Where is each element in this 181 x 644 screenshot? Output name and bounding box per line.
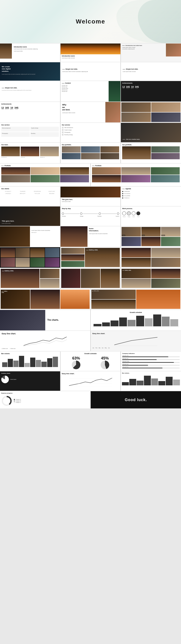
gallery2-main [1,269,40,288]
row-2: We createnew digitalsolution. Lorem ipsu… [0,62,181,80]
good-luck: Good luck. [91,391,181,408]
row-10: Lorem ipsum dolor sit amet consectetur a… [0,226,181,247]
slide-text: Lorem ipsum dolor sit amet consectetur [89,233,119,234]
gallery-people [121,247,181,268]
service-item-2: Graphic design [30,127,59,132]
agenda-text-3: Our portfolio [124,195,130,196]
bar-10 [170,319,178,326]
gallery3-img-3 [122,279,150,288]
gallery-cell-2 [61,254,84,260]
simple-text-1: Simple text slide. Lorem ipsum dolor sit… [60,62,121,80]
step-line-2 [83,214,98,214]
charts-bg-img [0,310,45,330]
member-name-1: Lisa Simmons [1,157,20,158]
slide-title: Expense progress [1,392,89,394]
service-slide-1: Our service Web development Graphic desi… [0,123,60,142]
gallery-img-5 [1,258,15,267]
stat-label-2: PROJECTS [5,109,9,110]
growth-schedule-bars: Growth schedule [91,310,181,330]
agenda-dot-2 [122,193,123,194]
bcol-8 [41,362,46,367]
slide-text: Lorem ipsum dolor [62,201,119,202]
process-label-1: Research [122,216,126,217]
simple-text-left: Simple text slide. Lorem ipsum dolor sit… [0,81,60,102]
charts-title: The charts. [0,310,90,330]
bar-5 [128,320,136,326]
bcol-7 [36,360,41,367]
hands-photo: Join our creative team. [121,123,181,142]
slide-title: Our service [1,124,59,126]
content-item-3: 03 Item three [62,88,108,89]
caption: Join our creative team. [122,138,140,140]
slide-title: The charts. [48,319,59,321]
pct-1: 63% [72,356,80,369]
slide-text: Lorem ipsum dolor sit amet consectetur [31,230,58,231]
step-circle-3 [99,212,101,215]
stat-3: 10 AWARDS [10,106,13,110]
bar-9 [162,316,170,326]
member-name-2: Carl Brown [21,157,39,158]
donut-2 [101,360,109,369]
slide-title: Simple text slide. [2,87,58,88]
agenda-dot-1 [122,191,123,192]
client-3: SPARROW [30,191,44,192]
slide-title: Simple text slide. [122,68,179,70]
stat-2: 165 PROJECTS [5,106,9,110]
bcol-9 [47,358,52,367]
row-4: Achievements 12 YEARS 165 PROJECTS 10 AW… [0,102,181,122]
agenda-item-2: Our services [122,193,180,194]
team-cell-5 [141,237,161,246]
gallery4-img-2 [30,290,60,309]
agenda-text-2: Our services [124,193,130,194]
content-item-5: 05 Item five [62,91,108,92]
service-row-4: Branding strategy [62,134,119,136]
intro-row-1: Introduction word. Lorem ipsum dolor sit… [0,44,181,62]
bcol2-5 [151,378,158,386]
gallery-img-3 [30,248,44,257]
stat-3: 10 AWARDS [131,86,134,89]
row-12: Gallery slide. Gallery slide. [0,268,181,288]
activity-details: Lorem ipsum [10,379,59,380]
bcol2-1 [122,382,129,385]
gallery2-cell-2 [40,279,59,288]
company-indicators: Company indicators Indicator one Indicat… [121,352,181,371]
donut-1 [72,360,80,369]
last-col: Bar column. [121,371,181,391]
step-circle-1 [62,212,64,215]
stat-label-4: CLIENTS [14,109,18,110]
slide-title: Title goes here. [62,199,119,200]
agenda-item-3: Our portfolio [122,195,180,196]
indicator-fill-3 [122,362,174,363]
people-img-3 [122,258,150,267]
bcol-10 [53,357,58,367]
client-2: TANNER [16,191,30,192]
couple-img-2 [81,269,100,288]
bar-4 [119,318,127,326]
stat-label-2: PROJECTS [126,88,130,89]
bcol2-4 [144,376,151,385]
indicator-fill-4 [122,365,148,366]
gallery-slide-2: Gallery slide. [0,268,60,288]
expense-progress: Expense progress Category A Category B C… [0,391,90,408]
indicator-label-4: Indicator four [122,364,180,365]
step-label-1: Concept [62,216,66,217]
bar-1 [94,324,102,326]
expense-item-3: Category C [14,402,21,403]
slide-text: Lorem ipsum dolor sit amet [62,57,119,59]
work-process: Work process. Research Strategy Execute … [121,206,181,226]
gallery-slide-4: Galleryslide. [0,289,90,310]
row-5: Our service Web development Graphic desi… [0,123,181,142]
gallery-extra-2 [91,300,136,309]
stat-4: 345 CLIENTS [135,86,139,89]
legend-2: ○ Series two [10,348,16,349]
row-17: Activity charts 83% Lorem ipsum Easy lin… [0,371,181,391]
team-member-2: Carl Brown [21,146,39,158]
stat-num-1: 12 [122,86,125,88]
portfolio-title-1: Portfolio [0,164,90,186]
gallery-title-overlay: Gallery slide. [86,249,98,251]
slide-title: Agenda [122,188,180,190]
activity-pct: 83% [4,379,6,380]
slide-title: Content [62,82,108,84]
client-8: MOORE [45,193,59,194]
agenda-text-4: Contact us [124,197,129,199]
